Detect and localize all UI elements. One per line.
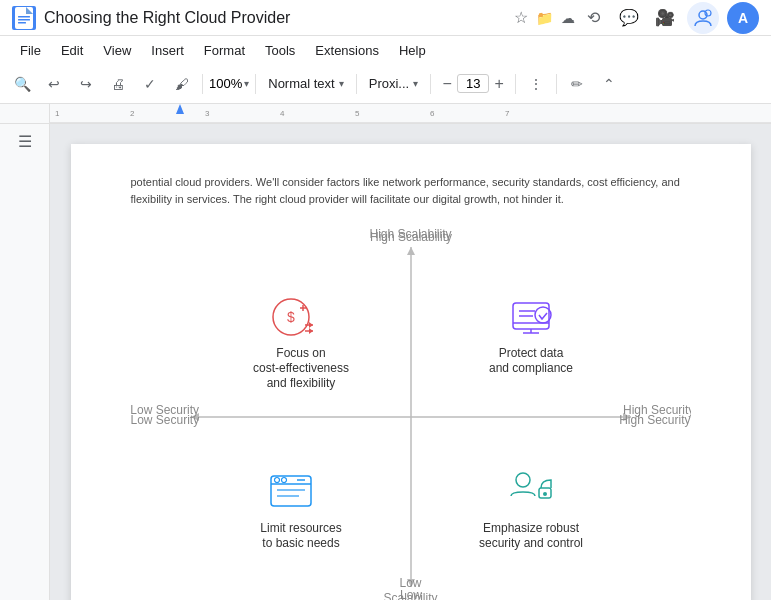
y-axis-top-label: High Scalability [369,227,451,241]
toolbar: 🔍 ↩ ↪ 🖨 ✓ 🖌 100% ▾ Normal text ▾ Proxi..… [0,64,771,104]
chart-svg: High Scalability Low Scalability Low Sec… [131,227,691,600]
svg-text:Protect data: Protect data [498,346,563,360]
menu-file[interactable]: File [12,41,49,60]
page-container: potential cloud providers. We'll conside… [50,124,771,600]
document-page: potential cloud providers. We'll conside… [71,144,751,600]
svg-text:1: 1 [55,109,60,118]
comment-icon[interactable]: 💬 [615,4,643,32]
ruler: 1 2 3 4 5 6 7 [50,104,771,124]
y-axis-bottom-label: Low Scalability [383,576,437,600]
paint-btn[interactable]: 🖌 [168,70,196,98]
text-style-label: Normal text [268,76,334,91]
search-btn[interactable]: 🔍 [8,70,36,98]
svg-rect-2 [18,19,30,21]
svg-text:Limit resources: Limit resources [260,521,341,535]
svg-rect-1 [18,16,30,18]
text-style-dropdown[interactable]: Normal text ▾ [262,70,349,98]
zoom-control[interactable]: 100% ▾ [209,76,249,91]
cloud-icon[interactable]: ☁ [561,10,575,26]
svg-rect-3 [18,22,26,24]
svg-text:3: 3 [205,109,210,118]
x-axis-left-label: Low Security [131,413,200,427]
title-icons: ⟲ 💬 🎥 A [579,2,759,34]
account-icon[interactable]: A [727,2,759,34]
menu-edit[interactable]: Edit [53,41,91,60]
svg-text:security and control: security and control [478,536,582,550]
svg-marker-14 [176,104,184,114]
menu-bar: File Edit View Insert Format Tools Exten… [0,36,771,64]
svg-point-49 [281,478,286,483]
svg-text:4: 4 [280,109,285,118]
svg-text:Focus on: Focus on [276,346,325,360]
svg-point-48 [274,478,279,483]
svg-marker-33 [309,328,313,334]
sidebar-panel: ☰ [0,124,50,600]
video-icon[interactable]: 🎥 [651,4,679,32]
content-area: ☰ potential cloud providers. We'll consi… [0,124,771,600]
quadrant-chart: High Scalability Low Scalability Low Sec… [131,227,691,600]
outline-icon[interactable]: ☰ [18,132,32,151]
redo-btn[interactable]: ↪ [72,70,100,98]
pen-btn[interactable]: ✏ [563,70,591,98]
star-icon[interactable]: ☆ [514,8,528,27]
zoom-value: 100% [209,76,242,91]
title-bar: Choosing the Right Cloud Provider ☆ 📁 ☁ … [0,0,771,36]
ruler-area: 1 2 3 4 5 6 7 [0,104,771,124]
svg-text:$: $ [287,309,295,325]
svg-point-57 [543,492,547,496]
font-size-increase[interactable]: + [489,72,509,96]
font-chevron: ▾ [413,78,418,89]
folder-icon[interactable]: 📁 [536,10,553,26]
menu-help[interactable]: Help [391,41,434,60]
people-icon[interactable] [687,2,719,34]
menu-format[interactable]: Format [196,41,253,60]
sep3 [356,74,357,94]
svg-text:6: 6 [430,109,435,118]
sep4 [430,74,431,94]
sep2 [255,74,256,94]
font-size-control: − + [437,72,509,96]
svg-text:and compliance: and compliance [488,361,572,375]
body-text: potential cloud providers. We'll conside… [131,174,691,207]
spellcheck-btn[interactable]: ✓ [136,70,164,98]
svg-point-55 [516,473,530,487]
menu-view[interactable]: View [95,41,139,60]
menu-tools[interactable]: Tools [257,41,303,60]
more-options-btn[interactable]: ⋮ [522,70,550,98]
svg-text:Emphasize robust: Emphasize robust [482,521,579,535]
svg-text:to basic needs: to basic needs [262,536,339,550]
svg-rect-0 [15,7,33,29]
sep6 [556,74,557,94]
svg-text:5: 5 [355,109,360,118]
menu-insert[interactable]: Insert [143,41,192,60]
collapse-btn[interactable]: ⌃ [595,70,623,98]
x-axis-right-label: High Security [619,413,690,427]
svg-text:and flexibility: and flexibility [266,376,335,390]
svg-text:cost-effectiveness: cost-effectiveness [253,361,349,375]
zoom-chevron[interactable]: ▾ [244,78,249,89]
undo-btn[interactable]: ↩ [40,70,68,98]
sep1 [202,74,203,94]
svg-marker-31 [309,322,313,328]
print-btn[interactable]: 🖨 [104,70,132,98]
font-size-decrease[interactable]: − [437,72,457,96]
svg-marker-19 [407,247,415,255]
font-label: Proxi... [369,76,409,91]
menu-extensions[interactable]: Extensions [307,41,387,60]
font-dropdown[interactable]: Proxi... ▾ [363,70,424,98]
font-size-input[interactable] [457,74,489,93]
text-style-chevron: ▾ [339,78,344,89]
history-icon[interactable]: ⟲ [579,4,607,32]
ruler-left [0,104,50,124]
doc-icon [12,6,36,30]
svg-text:7: 7 [505,109,510,118]
sep5 [515,74,516,94]
document-title: Choosing the Right Cloud Provider [44,9,510,27]
svg-text:2: 2 [130,109,135,118]
